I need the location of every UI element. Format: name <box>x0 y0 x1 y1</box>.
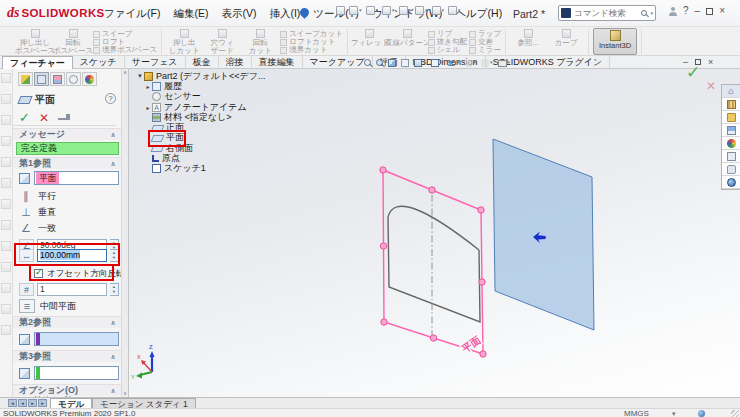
confirmation-cancel-icon[interactable]: ✕ <box>706 79 716 93</box>
flip-offset-checkbox[interactable] <box>34 269 43 278</box>
hole-wizard-button[interactable]: 穴ウィザード <box>204 28 240 55</box>
left-toolbar-icon-10[interactable] <box>1 283 11 293</box>
selected-plane[interactable] <box>383 170 483 354</box>
new-document-button[interactable]: ▾ <box>349 6 362 15</box>
reference-geometry-button[interactable]: 参照... <box>510 28 546 55</box>
left-toolbar-icon-9[interactable] <box>1 262 11 272</box>
offset-plane-preview[interactable] <box>493 139 594 330</box>
linear-pattern-button[interactable]: 直線パターン <box>390 28 426 55</box>
print-button[interactable]: ▾ <box>399 6 412 15</box>
scroll-down-icon[interactable]: ∨ <box>122 390 128 396</box>
first-reference-header[interactable]: 第1参照 ∧ <box>13 157 122 169</box>
tab-scroll-last[interactable]: ▸ <box>38 399 47 407</box>
dimxpert-manager-tab[interactable] <box>66 72 81 86</box>
custom-properties-tab[interactable] <box>722 150 740 163</box>
parallel-option-row[interactable]: ∥ 平行 <box>13 189 122 204</box>
expander-icon[interactable]: ▼ <box>136 73 144 79</box>
message-section-header[interactable]: メッセージ ∧ <box>13 128 122 140</box>
left-toolbar-icon-1[interactable] <box>1 94 11 104</box>
search-input[interactable] <box>574 8 638 18</box>
zoom-fit-button[interactable] <box>364 59 371 66</box>
maximize-button[interactable] <box>706 8 713 15</box>
tab-マークアップ[interactable]: マークアップ <box>303 56 373 69</box>
revolve-cut-button[interactable]: 回転カット <box>242 28 278 55</box>
tree-item-right-plane[interactable]: 右側面 <box>136 143 241 153</box>
view-orientation-button[interactable]: ▾ <box>414 59 426 67</box>
tab-scroll-prev[interactable]: ◂ <box>18 399 27 407</box>
undo-button[interactable]: ▾ <box>415 6 428 15</box>
left-toolbar-icon-6[interactable] <box>1 199 11 209</box>
panel-help-icon[interactable]: ? <box>105 93 116 104</box>
open-button[interactable]: ▾ <box>366 6 379 15</box>
appearances-tab[interactable] <box>722 137 740 150</box>
sketch-arc[interactable] <box>388 206 479 250</box>
mirror-button[interactable]: ミラー <box>469 46 501 54</box>
options-section-header[interactable]: オプション(O) ∧ <box>13 384 122 396</box>
tab-溶接[interactable]: 溶接 <box>219 56 252 69</box>
left-toolbar-icon-2[interactable] <box>1 115 11 125</box>
plane-count-input[interactable]: 1 <box>37 283 107 296</box>
configuration-manager-tab[interactable] <box>50 72 65 86</box>
expander-icon[interactable]: ▸ <box>144 83 152 90</box>
tab-板金[interactable]: 板金 <box>186 56 219 69</box>
plane-handles[interactable] <box>380 167 486 357</box>
section-view-button[interactable] <box>388 59 396 67</box>
sketch-profile[interactable] <box>388 217 480 322</box>
tree-item-material[interactable]: 材料 <指定なし> <box>136 112 241 122</box>
tab-フィーチャー[interactable]: フィーチャー <box>2 56 73 69</box>
selected-reference-item[interactable]: 平面 <box>36 172 59 184</box>
help-button[interactable]: ? <box>683 5 689 17</box>
left-toolbar-icon-12[interactable] <box>1 325 11 335</box>
menu-挿入(I)[interactable]: 挿入(I) <box>269 7 300 21</box>
model-tab-モデル[interactable]: モデル <box>50 398 92 408</box>
search-icon[interactable] <box>641 10 647 16</box>
tree-item-part2[interactable]: ▼Part2 (デフォルト<<デフ... <box>136 71 241 81</box>
scroll-up-icon[interactable]: ∧ <box>123 69 127 75</box>
cancel-button[interactable]: ✕ <box>39 111 49 125</box>
mid-plane-row[interactable]: ≡ 中間平面 <box>13 298 122 314</box>
flip-offset-row[interactable]: オフセット方向反転 <box>13 267 122 280</box>
file-explorer-tab[interactable] <box>722 111 740 124</box>
model-tab-モーション スタディ 1[interactable]: モーション スタディ 1 <box>92 398 196 408</box>
third-reference-selection-box[interactable] <box>34 366 119 380</box>
third-reference-header[interactable]: 第3参照 ∧ <box>13 350 122 362</box>
view-settings-button[interactable]: ▾ <box>498 59 511 67</box>
coincident-option-row[interactable]: ∠ 一致 <box>13 221 122 236</box>
left-toolbar-icon-11[interactable] <box>1 304 11 314</box>
menu-表示(V)[interactable]: 表示(V) <box>221 7 256 21</box>
tree-item-front-plane[interactable]: 正面 <box>136 122 241 132</box>
plane-count-spinner[interactable]: ▴▾ <box>110 283 119 296</box>
tab-scroll-first[interactable]: ◂ <box>8 399 17 407</box>
instant3d-button[interactable]: Instant3D <box>593 28 637 55</box>
doc-close-button[interactable]: × <box>708 57 713 67</box>
extrude-cut-button[interactable]: 押し出しカット <box>166 28 202 55</box>
tab-スケッチ[interactable]: スケッチ <box>73 56 125 69</box>
menu-編集(E)[interactable]: 編集(E) <box>173 7 208 21</box>
minimize-button[interactable]: – <box>695 5 701 17</box>
close-button[interactable]: × <box>719 5 725 17</box>
distance-spinner[interactable]: ▴▾ <box>110 249 119 262</box>
perpendicular-option-row[interactable]: ⊥ 垂直 <box>13 205 122 220</box>
tab-サーフェス[interactable]: サーフェス <box>125 56 186 69</box>
left-toolbar-icon-0[interactable] <box>1 73 11 83</box>
expander-icon[interactable]: ▸ <box>144 104 152 111</box>
tree-item-sketch1[interactable]: スケッチ1 <box>136 164 241 174</box>
home-button[interactable] <box>336 6 345 15</box>
forum-tab[interactable] <box>722 163 740 176</box>
save-button[interactable]: ▾ <box>382 6 395 15</box>
login-user-icon[interactable] <box>668 7 677 16</box>
display-manager-tab[interactable] <box>82 72 97 86</box>
select-button[interactable]: ▾ <box>432 6 445 15</box>
property-manager-tab[interactable] <box>34 72 49 86</box>
left-toolbar-icon-8[interactable] <box>1 241 11 251</box>
fillet-button[interactable]: フィレット <box>352 28 388 55</box>
3d-content-central-tab[interactable] <box>722 176 740 189</box>
menu-ファイル(F)[interactable]: ファイル(F) <box>104 7 160 21</box>
tab-直接編集[interactable]: 直接編集 <box>252 56 303 69</box>
unit-system-selector[interactable]: MMGS <box>624 409 649 417</box>
display-style-button[interactable]: ▾ <box>431 59 443 67</box>
hide-show-items-button[interactable]: ▾ <box>447 59 460 66</box>
revolve-boss-base-button[interactable]: 回転ボス/ベース <box>55 28 91 55</box>
panel-scrollbar[interactable]: ∧∨ <box>121 69 128 397</box>
left-toolbar-icon-4[interactable] <box>1 157 11 167</box>
